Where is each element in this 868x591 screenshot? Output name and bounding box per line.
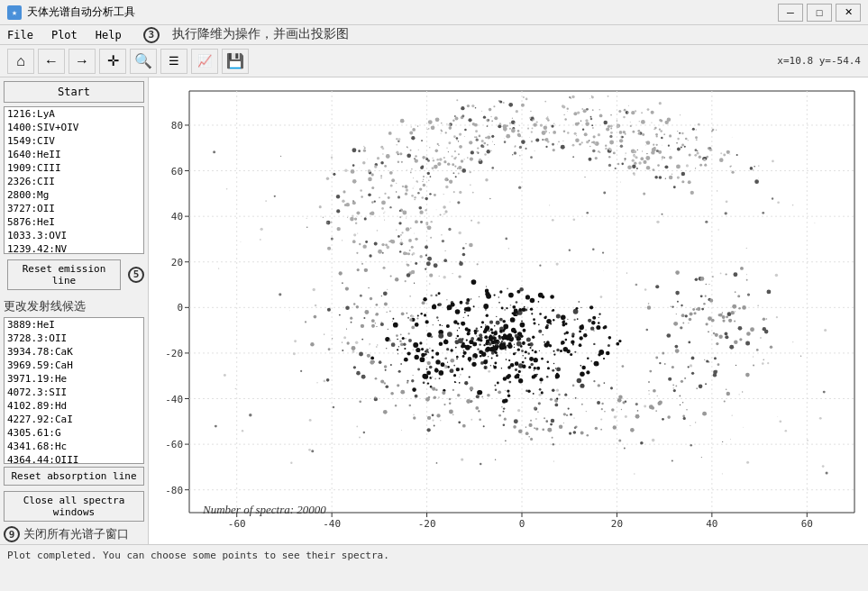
absorption-line-item[interactable]: 4341.68:Hc (5, 440, 143, 453)
instruction3-text: 执行降维为操作，并画出投影图 (172, 26, 349, 41)
home-button[interactable]: ⌂ (7, 49, 34, 74)
spectra-count: Number of spectra: 20000 (203, 503, 326, 517)
absorption-line-item[interactable]: 3971.19:He (5, 372, 143, 386)
close-all-button[interactable]: Close all spectra windows (4, 491, 144, 522)
minimize-button[interactable]: ─ (778, 4, 803, 22)
menu-bar: File Plot Help 3 执行降维为操作，并画出投影图 (0, 25, 868, 45)
configure-button[interactable]: ☰ (160, 49, 187, 74)
coord-display: x=10.8 y=-54.4 (777, 55, 861, 67)
absorption-listbox[interactable]: 3889:HeI3728.3:OII3934.78:CaK3969.59:CaH… (4, 317, 144, 465)
absorption-line-item[interactable]: 4072.3:SII (5, 386, 143, 399)
absorption-line-item[interactable]: 4227.92:CaI (5, 413, 143, 426)
plot-area[interactable]: Number of spectra: 20000 (149, 77, 868, 544)
main-content: Start 1216:LyA1400:SIV+OIV1549:CIV1640:H… (0, 77, 868, 544)
absorption-line-item[interactable]: 3969.59:CaH (5, 359, 143, 372)
emission-listbox[interactable]: 1216:LyA1400:SIV+OIV1549:CIV1640:HeII190… (4, 106, 144, 254)
step5-badge: 5 (128, 267, 144, 283)
save-button[interactable]: 💾 (222, 49, 249, 74)
instruction5-text: 更改发射线候选 (4, 298, 86, 314)
emission-line-item[interactable]: 1216:LyA (5, 107, 143, 121)
absorption-line-item[interactable]: 3889:HeI (5, 318, 143, 332)
back-button[interactable]: ← (38, 49, 65, 74)
title-bar-left: ★ 天体光谱自动分析工具 (7, 5, 135, 20)
menu-file[interactable]: File (4, 27, 37, 43)
absorption-line-item[interactable]: 3934.78:CaK (5, 345, 143, 359)
emission-line-item[interactable]: 2326:CII (5, 175, 143, 188)
instruction5-label: 更改发射线候选 (0, 296, 148, 317)
menu-plot[interactable]: Plot (48, 27, 81, 43)
emission-line-item[interactable]: 2800:Mg (5, 188, 143, 202)
menu-help[interactable]: Help (92, 27, 125, 43)
instruction3-badge-inline: 3 执行降维为操作，并画出投影图 (143, 26, 349, 43)
status-bar: Plot completed. You can choose some poin… (0, 544, 868, 566)
zoom-button[interactable]: 🔍 (130, 49, 157, 74)
forward-button[interactable]: → (69, 49, 96, 74)
reset-emission-button[interactable]: Reset emission line (7, 259, 121, 290)
close-instruction: 9 关闭所有光谱子窗口 (0, 524, 148, 544)
emission-line-item[interactable]: 1239.42:NV (5, 242, 143, 254)
title-bar: ★ 天体光谱自动分析工具 ─ □ ✕ (0, 0, 868, 25)
left-panel: Start 1216:LyA1400:SIV+OIV1549:CIV1640:H… (0, 77, 149, 544)
step3-badge: 3 (143, 27, 160, 43)
step9-badge: 9 (4, 526, 20, 542)
pan-button[interactable]: ✛ (99, 49, 126, 74)
maximize-button[interactable]: □ (807, 4, 832, 22)
start-button[interactable]: Start (4, 81, 144, 103)
window-title: 天体光谱自动分析工具 (27, 5, 135, 20)
emission-line-item[interactable]: 1640:HeII (5, 148, 143, 161)
scatter-plot[interactable] (149, 77, 868, 544)
emission-line-item[interactable]: 1549:CIV (5, 134, 143, 148)
title-bar-controls: ─ □ ✕ (778, 4, 861, 22)
emission-line-item[interactable]: 1909:CIII (5, 161, 143, 175)
instruction9-text: 关闭所有光谱子窗口 (23, 526, 129, 542)
toolbar: ⌂ ← → ✛ 🔍 ☰ 📈 💾 x=10.8 y=-54.4 (0, 45, 868, 77)
emission-section: Reset emission line 5 (0, 254, 148, 296)
close-button[interactable]: ✕ (836, 4, 861, 22)
status-text: Plot completed. You can choose some poin… (7, 550, 389, 561)
emission-line-item[interactable]: 5876:HeI (5, 215, 143, 229)
emission-line-item[interactable]: 3727:OII (5, 202, 143, 215)
emission-line-item[interactable]: 1033.3:OVI (5, 229, 143, 242)
chart-button[interactable]: 📈 (191, 49, 218, 74)
absorption-line-item[interactable]: 4102.89:Hd (5, 399, 143, 413)
absorption-line-item[interactable]: 4364.44:OIII (5, 453, 143, 465)
absorption-line-item[interactable]: 4305.61:G (5, 426, 143, 440)
app-icon: ★ (7, 5, 22, 20)
reset-absorption-button[interactable]: Reset absorption line (4, 467, 144, 486)
absorption-line-item[interactable]: 3728.3:OII (5, 332, 143, 345)
emission-line-item[interactable]: 1400:SIV+OIV (5, 121, 143, 134)
